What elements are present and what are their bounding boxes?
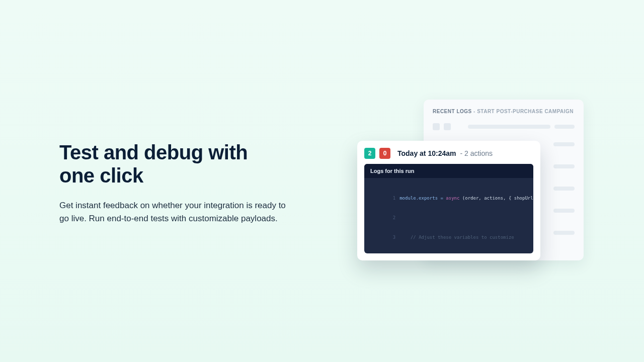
placeholder-square-icon — [444, 123, 451, 130]
hero-copy: Test and debug with one click Get instan… — [59, 141, 296, 225]
run-header: 2 0 Today at 10:24am - 2 actions — [364, 148, 533, 159]
code-log-body: 1 2 3 4 5 6 7 8 9 10 11 12 13 14 module.… — [364, 178, 533, 253]
hero-subcopy: Get instant feedback on whether your int… — [59, 199, 286, 225]
run-timestamp: Today at 10:24am — [397, 149, 456, 157]
recent-logs-title: RECENT LOGS - START POST-PURCHASE CAMPAI… — [433, 109, 575, 114]
placeholder-line — [554, 125, 575, 129]
recent-logs-title-prefix: RECENT LOGS — [433, 109, 472, 114]
line-number: 1 — [368, 195, 395, 202]
line-number: 2 — [368, 215, 395, 221]
line-number: 3 — [368, 234, 395, 241]
code-log-header: Logs for this run — [364, 164, 533, 178]
run-log-card: 2 0 Today at 10:24am - 2 actions Logs fo… — [357, 141, 540, 260]
recent-logs-title-sep: - — [472, 109, 477, 114]
placeholder-line — [468, 125, 550, 129]
placeholder-square-icon — [433, 123, 440, 130]
recent-logs-title-suffix: START POST-PURCHASE CAMPAIGN — [477, 109, 574, 114]
hero-headline: Test and debug with one click — [59, 141, 296, 187]
hero-section: Test and debug with one click Get instan… — [0, 0, 644, 362]
placeholder-header-row — [433, 123, 575, 130]
success-count-badge: 2 — [364, 148, 375, 159]
code-lines: module.exports = async (order, actions, … — [399, 182, 533, 248]
run-action-count: - 2 actions — [460, 149, 493, 157]
code-log-panel: Logs for this run 1 2 3 4 5 6 7 8 9 10 1… — [364, 164, 533, 253]
code-gutter: 1 2 3 4 5 6 7 8 9 10 11 12 13 14 — [364, 182, 399, 248]
headline-line-1: Test and debug with — [59, 141, 248, 163]
error-count-badge: 0 — [379, 148, 390, 159]
headline-line-2: one click — [59, 164, 143, 187]
